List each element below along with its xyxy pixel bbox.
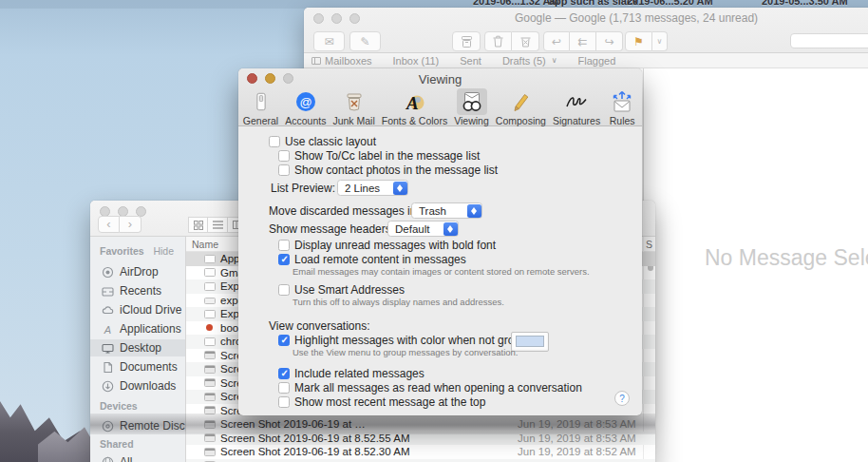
desktop-icon-label[interactable]: 2019-05...3.50 AM [762,0,848,7]
sidebar-item-all-shared[interactable]: All… [90,453,185,462]
checkbox[interactable] [278,164,290,176]
mail-preferences-window: Viewing General @ Accounts Junk Mail A F… [238,68,642,415]
prefs-window-title: Viewing [238,72,642,87]
help-button[interactable]: ? [614,391,630,406]
sidebar-item-documents[interactable]: Documents [90,358,185,375]
checkbox[interactable] [278,382,290,394]
message-headers-popup[interactable]: Default [387,221,459,237]
forward-icon: ↪ [604,35,613,48]
svg-text:A: A [406,93,419,113]
reply-all-button[interactable]: ⇇ [570,31,596,51]
compose-button[interactable]: ✎ [349,31,381,51]
tab-rules[interactable]: Rules [607,88,637,126]
list-view-button[interactable] [208,217,228,233]
desktop-icon-label[interactable]: 2019-06...5.20 AM [627,0,713,7]
junk-button[interactable] [512,31,539,51]
move-discarded-row: Move discarded messages into: [269,204,429,218]
favorites-sent[interactable]: Sent [460,55,481,67]
setting-smart-addresses[interactable]: Use Smart Addresses [278,283,405,297]
screenshot-file-icon [204,378,216,387]
tab-accounts[interactable]: @ Accounts [285,88,326,126]
checkbox[interactable] [278,396,290,408]
mail-titlebar[interactable]: Google — Google (1,713 messages, 24 unre… [304,8,868,53]
popup-stepper-icon [393,182,407,195]
tab-label: Viewing [454,115,489,126]
tab-signatures[interactable]: Signatures [553,88,600,126]
popup-value: Trash [412,205,466,217]
get-mail-button[interactable]: ✉ [313,31,345,51]
sidebar-item-applications[interactable]: A Applications [90,320,185,337]
checkbox[interactable] [269,136,280,147]
search-input[interactable] [790,33,868,48]
tab-junk-mail[interactable]: Junk Mail [332,88,374,126]
archive-button[interactable] [452,31,481,51]
trash-icon [493,35,503,48]
checkbox-checked[interactable] [278,335,290,346]
svg-text:@: @ [299,95,311,109]
archive-box-icon [461,36,473,48]
icon-view-button[interactable] [188,217,208,233]
mailboxes-button[interactable]: Mailboxes [311,55,372,67]
setting-recent-top[interactable]: Show most recent message at the top [278,395,485,409]
sidebar-item-icloud-drive[interactable]: iCloud Drive [90,301,185,318]
delete-button[interactable] [484,31,512,51]
documents-icon [102,361,114,374]
flag-icon: ⚑ [633,35,644,48]
setting-use-classic-layout[interactable]: Use classic layout [269,135,376,148]
sidebar-item-label: Downloads [120,379,176,393]
sidebar-item-downloads[interactable]: Downloads [90,377,185,395]
sidebar-item-airdrop[interactable]: AirDrop [90,263,185,280]
setting-highlight-color[interactable]: Highlight messages with color when not g… [278,334,539,347]
file-icon [204,268,216,277]
popup-stepper-icon [467,204,481,218]
flag-button[interactable]: ⚑ [625,31,652,51]
checkbox[interactable] [278,150,290,162]
reply-button[interactable]: ↩ [543,31,570,51]
setting-show-tocc[interactable]: Show To/Cc label in the message list [278,149,480,163]
prefs-titlebar[interactable]: Viewing General @ Accounts Junk Mail A F… [238,68,642,126]
applications-icon: A [102,323,114,336]
back-button[interactable]: ‹ [98,216,120,233]
hide-button[interactable]: Hide [153,245,174,257]
setting-load-remote[interactable]: Load remote content in messages [278,253,466,266]
list-preview-popup[interactable]: 2 Lines [337,180,408,196]
sidebar-item-recents[interactable]: Recents [90,282,185,299]
file-row[interactable]: Screen Shot 2019-06-19 at 8.51.47 AMJun … [186,459,655,462]
file-row[interactable]: Screen Shot 2019-06-19 at 8.52.30 AMJun … [186,445,655,459]
checkbox[interactable] [278,240,290,251]
desktop-icon-label[interactable]: app such as slack [549,0,638,7]
checkbox-checked[interactable] [278,368,290,379]
tab-fonts-colors[interactable]: A Fonts & Colors [382,88,447,126]
checkbox-label: Use classic layout [285,135,376,148]
tab-general[interactable]: General [243,88,278,126]
tab-viewing[interactable]: Viewing [454,88,489,126]
setting-show-contact-photos[interactable]: Show contact photos in the message list [278,164,498,177]
move-discarded-popup[interactable]: Trash [411,202,482,219]
checkbox[interactable] [278,284,290,296]
signatures-icon [561,88,592,115]
favorites-inbox[interactable]: Inbox (11) [393,55,440,67]
tab-composing[interactable]: Composing [496,88,546,126]
tab-label: Junk Mail [332,115,374,126]
favorites-flagged[interactable]: Flagged [578,55,616,67]
forward-button[interactable]: › [120,216,142,233]
column-header-name[interactable]: Name [192,239,218,250]
checkbox-label: Highlight messages with color when not g… [294,334,539,347]
sidebar-item-label: Documents [120,360,178,374]
desktop-icon-label[interactable]: 2019-06...1.32 AM [473,0,559,7]
message-headers-label: Show message headers: [269,222,394,236]
popup-stepper-icon [443,222,458,236]
general-icon [246,88,276,115]
file-icon [204,337,216,346]
checkbox-checked[interactable] [278,254,290,265]
sidebar-item-desktop[interactable]: Desktop [90,339,185,356]
setting-mark-all-read[interactable]: Mark all messages as read when opening a… [278,381,582,395]
popup-value: Default [388,223,443,235]
forward-button[interactable]: ↪ [596,31,623,51]
flag-menu-button[interactable]: ∨ [652,31,668,51]
favorites-drafts[interactable]: Drafts (5) [502,55,557,67]
setting-include-related[interactable]: Include related messages [278,367,425,380]
setting-display-unread-bold[interactable]: Display unread messages with bold font [278,239,496,252]
envelope-icon: ✉ [324,35,333,48]
column-header-size[interactable]: S [646,239,652,250]
